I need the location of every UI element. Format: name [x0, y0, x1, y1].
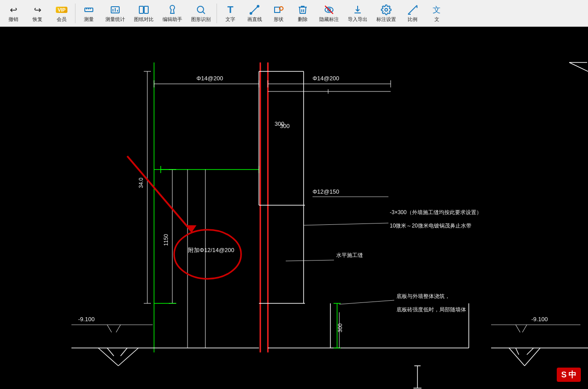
more-label: 文 [434, 16, 439, 23]
svg-text:300: 300 [337, 323, 343, 332]
toolbar-import-export[interactable]: 导入导出 [344, 1, 371, 25]
svg-line-12 [203, 12, 205, 14]
divider-2 [217, 4, 217, 23]
svg-line-22 [408, 5, 417, 14]
vip-label: 会员 [57, 16, 67, 23]
hide-mark-label: 隐藏标注 [319, 16, 339, 23]
toolbar-delete[interactable]: 删除 [291, 1, 314, 25]
compare-icon [138, 4, 150, 16]
shape-recog-icon [195, 4, 207, 16]
draw-line-label: 画直线 [247, 16, 262, 23]
svg-text:-3×300（外墙施工缝均按此要求设置）: -3×300（外墙施工缝均按此要求设置） [390, 209, 482, 215]
undo-label: 撤销 [8, 16, 18, 23]
import-export-label: 导入导出 [348, 16, 367, 23]
svg-text:10微米～20微米电镀锅茂鼻止水带: 10微米～20微米电镀锅茂鼻止水带 [390, 223, 471, 229]
svg-text:Φ12@150: Φ12@150 [313, 188, 339, 195]
import-export-icon [351, 4, 364, 16]
mark-settings-label: 标注设置 [376, 16, 396, 23]
scale-label: 比例 [408, 16, 417, 23]
redo-icon: ↪ [31, 4, 44, 16]
toolbar-measure[interactable]: 测量 [77, 1, 100, 25]
shape-icon [272, 4, 285, 16]
svg-text:1150: 1150 [163, 234, 169, 246]
toolbar-draw-line[interactable]: 画直线 [243, 1, 266, 25]
svg-rect-9 [144, 6, 148, 13]
toolbar-undo[interactable]: ↩ 撤销 [2, 1, 25, 25]
redo-label: 恢复 [33, 16, 42, 23]
hide-mark-icon [323, 4, 335, 16]
shape-recog-label: 图形识别 [191, 16, 211, 23]
svg-text:附加Φ12/14@200: 附加Φ12/14@200 [188, 247, 234, 253]
edit-helper-label: 编辑助手 [163, 16, 182, 23]
measure-stat-icon [109, 4, 121, 16]
cad-drawing: 34.0 1150 300 [0, 27, 588, 389]
text-icon: T [224, 4, 237, 16]
scale-icon [406, 4, 419, 16]
svg-line-13 [251, 6, 258, 13]
svg-point-21 [385, 8, 388, 11]
measure-label: 测量 [84, 16, 94, 23]
svg-text:底板砖强度低时，局部随墙体: 底板砖强度低时，局部随墙体 [396, 306, 466, 313]
measure-icon [83, 4, 95, 16]
measure-stat-label: 测量统计 [105, 16, 125, 23]
watermark-text: 中 [568, 369, 576, 380]
watermark: S 中 [557, 368, 581, 382]
toolbar-more[interactable]: 文 文 [425, 1, 448, 25]
text-label: 文字 [225, 16, 235, 23]
toolbar-shape-recog[interactable]: 图形识别 [187, 1, 215, 25]
svg-text:-9.100: -9.100 [531, 316, 548, 323]
shape-label: 形状 [274, 16, 284, 23]
compare-label: 图纸对比 [134, 16, 154, 23]
edit-helper-icon [166, 4, 179, 16]
svg-point-14 [250, 12, 252, 14]
svg-point-11 [197, 6, 204, 12]
cad-canvas[interactable]: 34.0 1150 300 [0, 27, 588, 389]
draw-line-icon [248, 4, 261, 16]
delete-icon [296, 4, 309, 16]
svg-text:300: 300 [275, 120, 284, 127]
watermark-logo: S [561, 370, 567, 380]
more-icon: 文 [430, 4, 443, 16]
toolbar-vip[interactable]: VIP 会员 [50, 1, 73, 25]
svg-text:Φ14@200: Φ14@200 [313, 75, 339, 82]
toolbar: ↩ 撤销 ↪ 恢复 VIP 会员 测量 [0, 0, 588, 27]
svg-rect-25 [0, 27, 588, 389]
toolbar-measure-stat[interactable]: 测量统计 [101, 1, 129, 25]
mark-settings-icon [380, 4, 392, 16]
undo-icon: ↩ [7, 4, 20, 16]
toolbar-hide-mark[interactable]: 隐藏标注 [315, 1, 343, 25]
toolbar-redo[interactable]: ↪ 恢复 [26, 1, 49, 25]
toolbar-shape[interactable]: 形状 [267, 1, 290, 25]
svg-rect-8 [139, 6, 143, 13]
toolbar-mark-settings[interactable]: 标注设置 [372, 1, 400, 25]
svg-point-15 [257, 5, 259, 7]
svg-text:水平施工缝: 水平施工缝 [336, 252, 363, 258]
svg-text:34.0: 34.0 [138, 178, 144, 188]
svg-text:-9.100: -9.100 [78, 316, 95, 323]
delete-label: 删除 [298, 16, 308, 23]
svg-text:Φ14@200: Φ14@200 [196, 75, 223, 82]
toolbar-scale[interactable]: 比例 [401, 1, 424, 25]
divider-1 [75, 4, 75, 23]
toolbar-edit-helper[interactable]: 编辑助手 [158, 1, 186, 25]
toolbar-compare[interactable]: 图纸对比 [130, 1, 158, 25]
toolbar-text[interactable]: T 文字 [219, 1, 242, 25]
vip-icon: VIP [55, 4, 68, 16]
svg-text:底板与外墙整体浇筑，: 底板与外墙整体浇筑， [396, 293, 450, 299]
